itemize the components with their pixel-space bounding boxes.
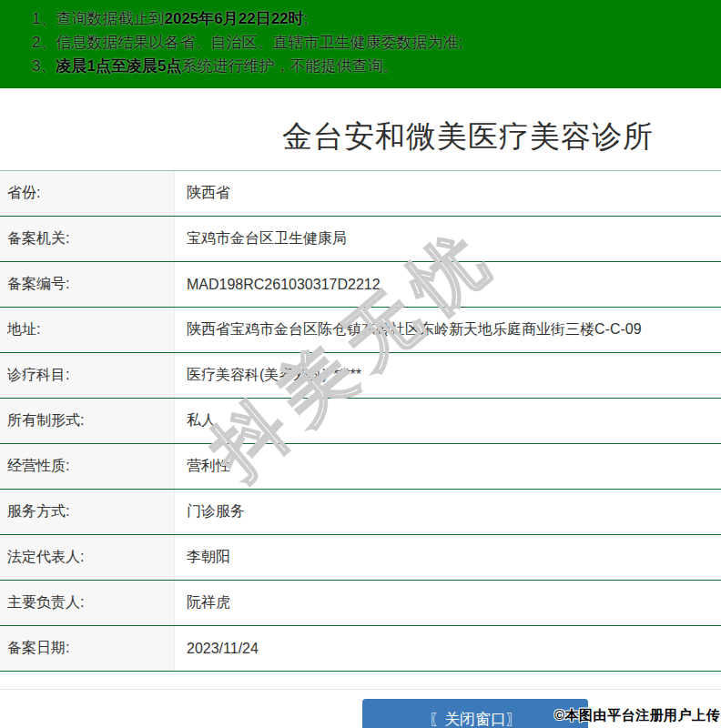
notice-line-1: 1、查询数据截止到2025年6月22日22时; [32, 7, 712, 31]
row-label: 备案日期: [0, 626, 175, 671]
row-value: 李朝阳 [175, 535, 721, 580]
row-label: 诊疗科目: [0, 353, 175, 398]
registration-info-table: 省份: 陕西省 备案机关: 宝鸡市金台区卫生健康局 备案编号: MAD198RC… [0, 170, 721, 672]
table-row-filing-number: 备案编号: MAD198RC261030317D2212 [0, 262, 721, 308]
row-value: 陕西省 [175, 171, 721, 216]
row-value: 宝鸡市金台区卫生健康局 [175, 217, 721, 261]
table-row-business-nature: 经营性质: 营利性 [0, 444, 721, 490]
notice-line-1-number: 1、 [32, 10, 56, 27]
row-value: MAD198RC261030317D2212 [175, 262, 721, 307]
table-row-service-mode: 服务方式: 门诊服务 [0, 490, 721, 535]
row-value: 陕西省宝鸡市金台区陈仓镇东岭社区东岭新天地乐庭商业街三楼C-C-09 [175, 308, 721, 352]
notice-line-2-number: 2、 [32, 34, 56, 51]
row-label: 法定代表人: [0, 535, 175, 580]
table-row-legal-representative: 法定代表人: 李朝阳 [0, 535, 721, 581]
notice-line-2: 2、信息数据结果以各省、自治区、直辖市卫生健康委数据为准; [32, 31, 712, 55]
row-label: 备案机关: [0, 217, 175, 261]
row-label: 地址: [0, 308, 175, 352]
row-value: 私人 [175, 399, 721, 443]
table-row-filing-date: 备案日期: 2023/11/24 [0, 626, 721, 672]
page-title: 金台安和微美医疗美容诊所 [282, 116, 654, 157]
notice-line-1-text: 查询数据截止到 [56, 10, 164, 27]
table-row-ownership-form: 所有制形式: 私人 [0, 399, 721, 444]
notice-line-3-number: 3、 [32, 57, 56, 75]
row-value: 医疗美容科(美容外科)****** [175, 353, 721, 398]
notice-line-1-bold: 2025年6月22日22时 [164, 10, 303, 27]
table-row-filing-authority: 备案机关: 宝鸡市金台区卫生健康局 [0, 217, 721, 262]
page: 1、查询数据截止到2025年6月22日22时; 2、信息数据结果以各省、自治区、… [0, 0, 721, 728]
notice-line-3-text: 系统进行维护，不能提供查询。 [181, 57, 398, 75]
row-label: 经营性质: [0, 444, 175, 489]
row-label: 服务方式: [0, 490, 175, 534]
notice-line-2-text: 信息数据结果以各省、自治区、直辖市卫生健康委数据为准; [56, 34, 462, 51]
copyright-watermark: ©本图由平台注册用户上传 [554, 707, 720, 724]
row-value: 2023/11/24 [175, 626, 721, 671]
footer-divider [0, 689, 721, 690]
notice-line-3: 3、凌晨1点至凌晨5点系统进行维护，不能提供查询。 [32, 55, 712, 78]
notice-line-1-tail: ; [304, 10, 309, 27]
row-label: 备案编号: [0, 262, 175, 307]
table-row-medical-subjects: 诊疗科目: 医疗美容科(美容外科)****** [0, 353, 721, 399]
row-label: 省份: [0, 171, 175, 216]
row-value: 阮祥虎 [175, 581, 721, 625]
row-value: 门诊服务 [175, 490, 721, 534]
notice-line-3-bold: 凌晨1点至凌晨5点 [56, 57, 181, 75]
table-row-principal: 主要负责人: 阮祥虎 [0, 581, 721, 626]
table-row-address: 地址: 陕西省宝鸡市金台区陈仓镇东岭社区东岭新天地乐庭商业街三楼C-C-09 [0, 308, 721, 353]
notice-banner: 1、查询数据截止到2025年6月22日22时; 2、信息数据结果以各省、自治区、… [0, 0, 721, 88]
table-row-province: 省份: 陕西省 [0, 171, 721, 217]
row-label: 主要负责人: [0, 581, 175, 625]
row-value: 营利性 [175, 444, 721, 489]
row-label: 所有制形式: [0, 399, 175, 443]
